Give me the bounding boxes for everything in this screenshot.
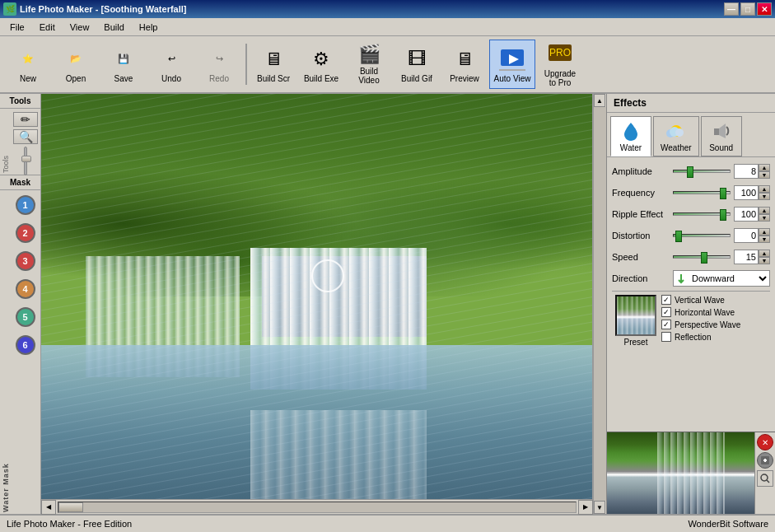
build-gif-button[interactable]: 🎞 Build Gif: [394, 40, 440, 89]
build-video-icon: 🎬: [356, 44, 382, 65]
svg-rect-9: [714, 128, 719, 135]
svg-point-14: [761, 474, 768, 481]
auto-view-icon: [499, 46, 525, 72]
amplitude-value: ▲ ▼: [734, 164, 770, 179]
horizontal-scrollbar[interactable]: ◀ ▶: [41, 499, 593, 514]
thumbnail-area: ✕: [607, 432, 775, 514]
perspective-wave-checkbox[interactable]: [661, 320, 671, 329]
thumbnail-buttons: ✕: [754, 432, 775, 514]
speed-input[interactable]: [734, 250, 759, 264]
speed-row: Speed ▲ ▼: [612, 248, 770, 266]
ripple-thumb[interactable]: [720, 209, 726, 221]
minimize-button[interactable]: —: [724, 2, 739, 16]
v-scroll-track[interactable]: [594, 107, 606, 501]
menu-help[interactable]: Help: [133, 21, 165, 34]
save-icon: 💾: [110, 46, 137, 72]
tab-weather[interactable]: Weather: [653, 116, 699, 156]
new-button[interactable]: ⭐ New: [5, 40, 51, 89]
direction-select[interactable]: Downward Upward Left Right: [689, 271, 769, 286]
mask-item-3[interactable]: 3: [13, 249, 38, 273]
undo-button[interactable]: ↩ Undo: [148, 40, 194, 89]
frequency-thumb[interactable]: [720, 188, 726, 199]
distortion-input[interactable]: [734, 228, 759, 243]
amplitude-slider[interactable]: [673, 166, 731, 177]
thumbnail-image: [607, 432, 754, 514]
speed-up[interactable]: ▲: [759, 250, 770, 257]
mask-circle-6: 6: [16, 335, 35, 355]
amplitude-down[interactable]: ▼: [759, 171, 770, 179]
slider-tool[interactable]: [13, 147, 38, 175]
scroll-down-button[interactable]: ▼: [594, 501, 605, 514]
thumb-action-button[interactable]: [757, 452, 773, 469]
distortion-down[interactable]: ▼: [759, 236, 770, 243]
scroll-right-button[interactable]: ▶: [578, 500, 593, 515]
canvas-area[interactable]: [41, 94, 593, 499]
mask-items: 1 2 3 4 5 6: [10, 190, 40, 514]
auto-view-button[interactable]: Auto View: [489, 40, 535, 89]
magnify-tool[interactable]: 🔍: [13, 129, 38, 144]
ripple-down[interactable]: ▼: [759, 214, 770, 222]
mask-circle-4: 4: [16, 279, 35, 299]
frequency-input[interactable]: [734, 185, 759, 200]
distortion-up[interactable]: ▲: [759, 228, 770, 236]
distortion-slider[interactable]: [673, 230, 731, 241]
distortion-thumb[interactable]: [675, 231, 682, 242]
preview-button[interactable]: 🖥 Preview: [441, 40, 488, 89]
ripple-input[interactable]: [734, 207, 759, 222]
thumb-zoom-button[interactable]: [757, 470, 773, 487]
build-scr-button[interactable]: 🖥 Build Scr: [250, 40, 296, 89]
scroll-up-button[interactable]: ▲: [594, 94, 605, 107]
vertical-scrollbar[interactable]: ▲ ▼: [593, 94, 606, 514]
mask-item-2[interactable]: 2: [13, 221, 38, 245]
scroll-thumb[interactable]: [58, 502, 83, 512]
scroll-left-button[interactable]: ◀: [41, 500, 56, 515]
status-right: WonderBit Software: [688, 519, 768, 529]
frequency-up[interactable]: ▲: [759, 185, 770, 193]
menu-edit[interactable]: Edit: [33, 21, 62, 34]
horizontal-wave-label: Horizontal Wave: [675, 308, 735, 317]
frequency-slider[interactable]: [673, 187, 731, 198]
amplitude-up[interactable]: ▲: [759, 164, 770, 171]
vertical-wave-checkbox[interactable]: [661, 295, 671, 305]
menu-build[interactable]: Build: [97, 21, 130, 34]
horizontal-wave-checkbox[interactable]: [661, 307, 671, 317]
mask-item-1[interactable]: 1: [13, 193, 38, 217]
build-video-button[interactable]: 🎬 Build Video: [346, 40, 392, 89]
ripple-up[interactable]: ▲: [759, 207, 770, 214]
pencil-tool[interactable]: ✏: [13, 112, 38, 127]
frequency-down[interactable]: ▼: [759, 193, 770, 200]
mask-item-5[interactable]: 5: [13, 305, 38, 329]
close-button[interactable]: ✕: [757, 2, 772, 16]
status-left: Life Photo Maker - Free Edition: [7, 519, 132, 529]
app-icon: 🌿: [3, 2, 16, 16]
menu-file[interactable]: File: [3, 21, 31, 34]
speed-slider[interactable]: [673, 251, 731, 263]
scroll-track[interactable]: [58, 502, 577, 513]
reflection-checkbox[interactable]: [661, 332, 671, 342]
frequency-value: ▲ ▼: [734, 185, 770, 200]
toolbar: ⭐ New 📂 Open 💾 Save ↩ Undo ↪ Redo 🖥 Buil…: [0, 36, 775, 94]
tools-section-header: Tools: [0, 94, 40, 109]
sound-tab-label: Sound: [709, 143, 733, 152]
open-button[interactable]: 📂 Open: [53, 40, 99, 89]
tools-area: Tools ✏ 🔍: [0, 109, 40, 175]
speed-down[interactable]: ▼: [759, 257, 770, 264]
save-button[interactable]: 💾 Save: [100, 40, 147, 89]
redo-button[interactable]: ↪ Redo: [196, 40, 242, 89]
frequency-row: Frequency ▲ ▼: [612, 184, 770, 202]
maximize-button[interactable]: □: [740, 2, 755, 16]
rain-effect: [41, 94, 592, 499]
distortion-value: ▲ ▼: [734, 228, 770, 243]
thumb-delete-button[interactable]: ✕: [757, 434, 773, 450]
tab-water[interactable]: Water: [610, 116, 651, 156]
mask-item-6[interactable]: 6: [13, 333, 38, 357]
upgrade-button[interactable]: PRO Upgrade to Pro: [537, 40, 583, 89]
speed-thumb[interactable]: [701, 252, 707, 264]
ripple-effect-slider[interactable]: [673, 208, 731, 220]
mask-item-4[interactable]: 4: [13, 277, 38, 301]
tab-sound[interactable]: Sound: [701, 116, 742, 156]
build-exe-button[interactable]: ⚙ Build Exe: [298, 40, 344, 89]
amplitude-thumb[interactable]: [687, 166, 693, 178]
menu-view[interactable]: View: [63, 21, 96, 34]
amplitude-input[interactable]: [734, 164, 759, 179]
